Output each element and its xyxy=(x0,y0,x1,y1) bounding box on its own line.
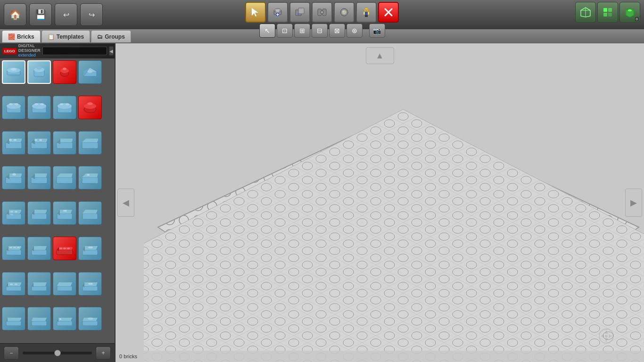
brick-item[interactable] xyxy=(2,60,25,84)
brick-item[interactable] xyxy=(53,237,76,260)
svg-marker-161 xyxy=(609,334,612,338)
svg-rect-131 xyxy=(32,286,47,291)
svg-point-151 xyxy=(88,318,93,320)
navigate-right-button[interactable]: ▶ xyxy=(625,189,642,217)
redo-button[interactable]: ↪ xyxy=(80,3,103,26)
view-icon xyxy=(602,7,613,18)
paint-tool-button[interactable] xyxy=(334,2,355,23)
baseplate-container xyxy=(139,67,620,348)
hinge-icon xyxy=(317,7,327,17)
collapse-sidebar-button[interactable]: ◀ xyxy=(109,46,114,56)
svg-marker-106 xyxy=(83,210,98,214)
brick-count-button[interactable]: 0 xyxy=(619,2,640,23)
brick-item[interactable] xyxy=(78,307,102,330)
svg-point-110 xyxy=(9,247,12,248)
select-mode-6[interactable]: ⊛ xyxy=(347,24,363,38)
brick-item[interactable] xyxy=(2,272,25,296)
zoom-slider[interactable] xyxy=(23,352,92,354)
brick-item[interactable] xyxy=(53,307,76,330)
brick-item[interactable] xyxy=(53,272,76,296)
templates-tab-label: Templates xyxy=(57,33,84,40)
brick-item[interactable] xyxy=(27,237,51,260)
brick-item[interactable] xyxy=(2,307,25,330)
svg-rect-89 xyxy=(82,177,98,183)
lego-logo: LEGO xyxy=(3,48,17,54)
brick-item[interactable] xyxy=(78,166,102,189)
tab-bricks[interactable]: 🧱 Bricks xyxy=(2,30,41,42)
tab-templates[interactable]: 📋 Templates xyxy=(41,30,90,42)
brick-thumbnail xyxy=(81,63,99,81)
home-button[interactable]: 🏠 xyxy=(4,3,26,26)
select-mode-3[interactable]: ⊞ xyxy=(294,24,310,38)
search-input[interactable] xyxy=(42,47,107,55)
select-mode-2[interactable]: ⊡ xyxy=(277,24,293,38)
sidebar: LEGO DIGITAL DESIGNER extended ◀ xyxy=(0,43,116,362)
brick-item[interactable] xyxy=(53,60,76,84)
svg-point-119 xyxy=(59,247,62,249)
view-toggle-button[interactable] xyxy=(575,2,596,23)
brick-item[interactable] xyxy=(78,96,102,119)
brick-item[interactable] xyxy=(27,166,51,189)
zoom-in-button[interactable]: + xyxy=(96,346,111,360)
brick-item[interactable] xyxy=(53,166,76,189)
groups-tab-icon: 🗂 xyxy=(97,33,103,40)
view-mode-button[interactable] xyxy=(597,2,618,23)
svg-marker-135 xyxy=(57,282,72,286)
navigate-up-button[interactable]: ▲ xyxy=(366,47,394,64)
camera-tool[interactable]: 📷 xyxy=(369,24,385,38)
brick-item[interactable] xyxy=(53,201,76,225)
brick-thumbnail xyxy=(30,169,48,187)
brick-item[interactable] xyxy=(53,96,76,119)
brick-item[interactable] xyxy=(27,201,51,225)
svg-point-51 xyxy=(7,103,21,109)
svg-point-130 xyxy=(15,283,17,285)
svg-rect-31 xyxy=(603,13,607,16)
brick-item[interactable] xyxy=(78,131,102,155)
undo-button[interactable]: ↩ xyxy=(55,3,77,26)
brick-thumbnail xyxy=(5,99,23,116)
add-brick-tool-button[interactable] xyxy=(267,2,288,23)
brick-item[interactable] xyxy=(27,272,51,296)
zoom-indicator xyxy=(592,327,620,348)
brick-item[interactable] xyxy=(27,131,51,155)
brick-item[interactable] xyxy=(27,60,51,84)
brick-thumbnail xyxy=(5,134,23,152)
select-mode-5[interactable]: ⊠ xyxy=(329,24,345,38)
brick-item[interactable] xyxy=(2,201,25,225)
brick-item[interactable] xyxy=(2,131,25,155)
minifig-tool-button[interactable] xyxy=(356,2,377,23)
3d-viewport[interactable]: ▲ ◀ ▶ xyxy=(116,43,644,362)
brick-thumbnail xyxy=(30,310,48,328)
delete-tool-button[interactable] xyxy=(378,2,399,23)
brick-item[interactable] xyxy=(78,272,102,296)
select-tool-button[interactable] xyxy=(245,2,266,23)
save-button[interactable]: 💾 xyxy=(29,3,52,26)
svg-rect-149 xyxy=(83,321,98,326)
navigate-left-button[interactable]: ◀ xyxy=(117,189,134,217)
tab-groups[interactable]: 🗂 Groups xyxy=(91,30,131,42)
brick-item[interactable] xyxy=(53,131,76,155)
svg-point-53 xyxy=(15,103,18,105)
brick-count-badge: 0 xyxy=(635,17,639,21)
brick-item[interactable] xyxy=(27,96,51,119)
brick-item[interactable] xyxy=(78,60,102,84)
brick-item[interactable] xyxy=(78,237,102,260)
svg-rect-105 xyxy=(83,214,98,219)
svg-rect-143 xyxy=(32,321,47,326)
toolbar-center: ↖ ⊡ ⊞ ⊟ ⊠ ⊛ 📷 xyxy=(245,2,399,38)
brick-item[interactable] xyxy=(2,237,25,260)
zoom-out-button[interactable]: − xyxy=(4,346,19,360)
add-brick-icon xyxy=(272,7,283,17)
svg-point-61 xyxy=(66,103,69,105)
paint-icon xyxy=(339,7,349,17)
svg-rect-23 xyxy=(366,15,368,17)
brick-item[interactable] xyxy=(2,96,25,119)
clone-tool-button[interactable] xyxy=(289,2,310,23)
hinge-tool-button[interactable] xyxy=(312,2,332,23)
brick-item[interactable] xyxy=(2,166,25,189)
svg-marker-146 xyxy=(57,318,72,321)
select-mode-4[interactable]: ⊟ xyxy=(312,24,328,38)
select-mode-1[interactable]: ↖ xyxy=(259,24,275,38)
brick-item[interactable] xyxy=(78,201,102,225)
brick-item[interactable] xyxy=(27,307,51,330)
